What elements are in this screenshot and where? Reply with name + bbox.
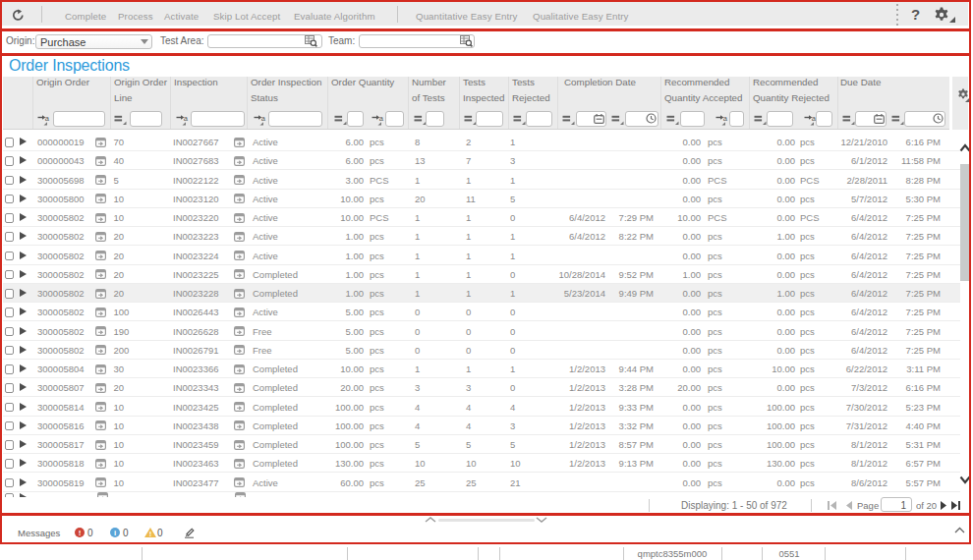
- svg-text:a: a: [45, 114, 50, 123]
- svg-text:a: a: [184, 114, 189, 123]
- svg-text:a: a: [379, 114, 384, 123]
- svg-text:a: a: [723, 114, 728, 123]
- svg-text:a: a: [261, 114, 266, 123]
